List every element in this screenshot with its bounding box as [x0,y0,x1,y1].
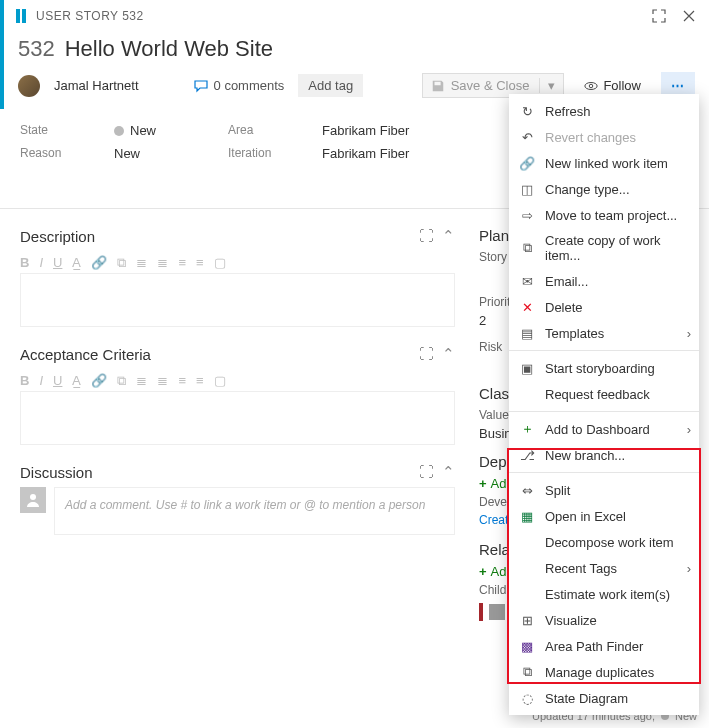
ctx-state-diagram[interactable]: ◌State Diagram [509,685,699,711]
link-button[interactable]: 🔗 [91,255,107,271]
state-dot-icon [114,126,124,136]
chevron-up-icon[interactable]: ⌃ [442,463,455,481]
image-button[interactable]: ▢ [214,255,226,271]
ctx-split[interactable]: ⇔Split [509,477,699,503]
description-heading: Description [20,228,95,245]
bullet-list-button[interactable]: ≣ [136,255,147,271]
separator [509,472,699,473]
acceptance-input[interactable] [20,391,455,445]
outdent-button[interactable]: ≡ [178,373,186,389]
expand-icon[interactable]: ⛶ [419,227,434,245]
ctx-decompose[interactable]: Decompose work item [509,529,699,555]
ctx-feedback[interactable]: Request feedback [509,381,699,407]
follow-label: Follow [603,78,641,93]
ctx-estimate[interactable]: Estimate work item(s) [509,581,699,607]
work-item-type-label: USER STORY 532 [36,9,144,23]
chevron-right-icon: › [687,326,691,341]
comment-input[interactable]: Add a comment. Use # to link a work item… [54,487,455,535]
ctx-storyboard[interactable]: ▣Start storyboarding [509,355,699,381]
copy-icon: ⧉ [519,240,535,256]
chevron-up-icon[interactable]: ⌃ [442,345,455,363]
code-button[interactable]: ⧉ [117,255,126,271]
ctx-area-path[interactable]: ▩Area Path Finder [509,633,699,659]
reason-value[interactable]: New [114,146,204,161]
link-button[interactable]: 🔗 [91,373,107,389]
context-menu: ↻Refresh ↶Revert changes 🔗New linked wor… [509,94,699,715]
comments-button[interactable]: 0 comments [193,78,285,94]
svg-point-4 [30,494,36,500]
topbar: USER STORY 532 [0,0,709,32]
ctx-revert[interactable]: ↶Revert changes [509,124,699,150]
ctx-create-copy[interactable]: ⧉Create copy of work item... [509,228,699,268]
outdent-button[interactable]: ≡ [178,255,186,271]
ctx-email[interactable]: ✉Email... [509,268,699,294]
font-button[interactable]: A̲ [72,255,81,271]
separator [509,411,699,412]
number-list-button[interactable]: ≣ [157,373,168,389]
expand-icon[interactable]: ⛶ [419,463,434,481]
ctx-move-team[interactable]: ⇨Move to team project... [509,202,699,228]
refresh-icon: ↻ [519,103,535,119]
ctx-visualize[interactable]: ⊞Visualize [509,607,699,633]
work-item-title[interactable]: Hello World Web Site [65,36,273,62]
indent-button[interactable]: ≡ [196,373,204,389]
work-item-id: 532 [18,36,55,62]
ctx-change-type[interactable]: ◫Change type... [509,176,699,202]
expand-icon[interactable]: ⛶ [419,345,434,363]
change-type-icon: ◫ [519,181,535,197]
ctx-duplicates[interactable]: ⧉Manage duplicates [509,659,699,685]
code-button[interactable]: ⧉ [117,373,126,389]
ctx-open-excel[interactable]: ▦Open in Excel [509,503,699,529]
ctx-new-linked[interactable]: 🔗New linked work item [509,150,699,176]
area-label: Area [228,123,298,138]
underline-button[interactable]: U [53,255,62,271]
ctx-templates[interactable]: ▤Templates› [509,320,699,346]
visualize-icon: ⊞ [519,612,535,628]
svg-rect-1 [22,9,26,23]
child-color-bar [479,603,483,621]
iteration-label: Iteration [228,146,298,161]
storyboard-icon: ▣ [519,360,535,376]
area-path-icon: ▩ [519,638,535,654]
number-list-button[interactable]: ≣ [157,255,168,271]
assignee-name[interactable]: Jamal Hartnett [54,78,139,93]
ctx-recent-tags[interactable]: Recent Tags› [509,555,699,581]
state-label: State [20,123,90,138]
bold-button[interactable]: B [20,255,29,271]
chevron-down-icon[interactable]: ▾ [539,78,555,93]
estimate-icon [519,586,535,602]
avatar[interactable] [18,75,40,97]
add-tag-button[interactable]: Add tag [298,74,363,97]
duplicates-icon: ⧉ [519,664,535,680]
rich-text-toolbar: B I U A̲ 🔗 ⧉ ≣ ≣ ≡ ≡ ▢ [20,251,455,273]
ctx-dashboard[interactable]: ＋Add to Dashboard› [509,416,699,442]
underline-button[interactable]: U [53,373,62,389]
comment-avatar-icon [20,487,46,513]
font-button[interactable]: A̲ [72,373,81,389]
fullscreen-icon[interactable] [649,6,669,26]
image-button[interactable]: ▢ [214,373,226,389]
bold-button[interactable]: B [20,373,29,389]
chevron-right-icon: › [687,422,691,437]
ctx-new-branch[interactable]: ⎇New branch... [509,442,699,468]
save-label: Save & Close [451,78,530,93]
excel-icon: ▦ [519,508,535,524]
decompose-icon [519,534,535,550]
close-icon[interactable] [679,6,699,26]
indent-button[interactable]: ≡ [196,255,204,271]
svg-point-3 [590,84,594,88]
plus-icon: ＋ [519,421,535,437]
state-diagram-icon: ◌ [519,690,535,706]
italic-button[interactable]: I [39,255,43,271]
email-icon: ✉ [519,273,535,289]
ctx-delete[interactable]: ✕Delete [509,294,699,320]
delete-icon: ✕ [519,299,535,315]
bullet-list-button[interactable]: ≣ [136,373,147,389]
description-input[interactable] [20,273,455,327]
chevron-right-icon: › [687,561,691,576]
templates-icon: ▤ [519,325,535,341]
ctx-refresh[interactable]: ↻Refresh [509,98,699,124]
state-value[interactable]: New [114,123,204,138]
chevron-up-icon[interactable]: ⌃ [442,227,455,245]
italic-button[interactable]: I [39,373,43,389]
